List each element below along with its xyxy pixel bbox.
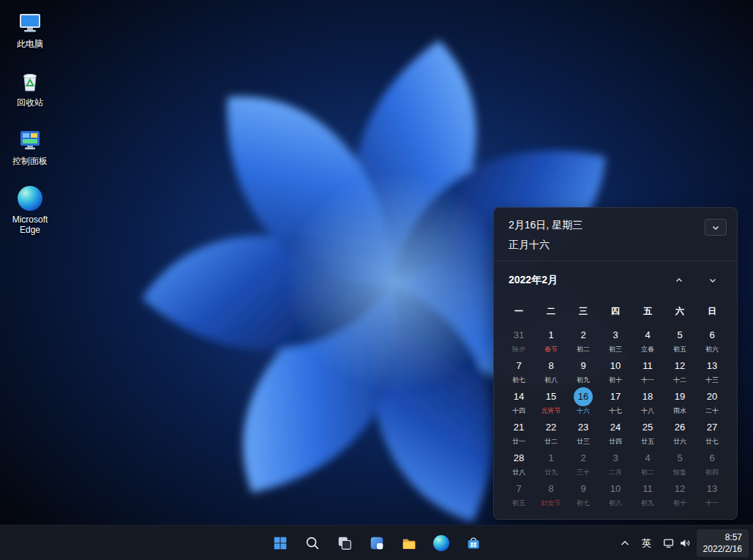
calendar-day-cell[interactable]: 3初三 [599, 324, 632, 354]
day-number: 25 [638, 418, 657, 437]
desktop: 此电脑 回收站 [0, 0, 753, 560]
calendar-day-cell[interactable]: 14十四 [503, 385, 535, 416]
day-number: 16 [574, 387, 593, 406]
calendar-next-month-button[interactable] [705, 272, 721, 288]
day-lunar-label: 廿四 [609, 438, 622, 445]
widgets-button[interactable] [362, 529, 392, 558]
task-view-icon [337, 535, 353, 551]
calendar-day-cell[interactable]: 21廿一 [503, 416, 535, 447]
edge-button[interactable] [427, 529, 456, 558]
calendar-day-cell[interactable]: 5初五 [664, 324, 696, 354]
calendar-day-cell[interactable]: 4立春 [632, 324, 664, 354]
desktop-icon-edge[interactable]: Microsoft Edge [1, 182, 59, 239]
calendar-flyout: 2月16日, 星期三 正月十六 2022年2月 [493, 207, 738, 520]
desktop-icon-recycle-bin[interactable]: 回收站 [1, 64, 59, 111]
day-lunar-label: 妇女节 [542, 499, 561, 507]
calendar-day-cell[interactable]: 4初二 [632, 447, 664, 477]
clock-button[interactable]: 8:57 2022/2/16 [697, 529, 749, 557]
day-number: 26 [670, 418, 689, 437]
search-icon [304, 535, 321, 551]
calendar-day-cell[interactable]: 23廿三 [567, 416, 599, 447]
tray-overflow-button[interactable] [615, 529, 635, 558]
start-button[interactable] [266, 529, 295, 558]
calendar-day-cell[interactable]: 18十八 [632, 385, 664, 416]
day-lunar-label: 除夕 [512, 346, 525, 353]
widgets-icon [369, 535, 385, 551]
calendar-day-cell[interactable]: 7初五 [503, 477, 535, 508]
network-icon [662, 537, 675, 550]
network-volume-button[interactable] [659, 529, 695, 558]
day-number: 11 [638, 356, 657, 376]
file-explorer-icon [401, 535, 417, 551]
calendar-day-cell[interactable]: 8妇女节 [535, 477, 567, 508]
day-lunar-label: 十六 [577, 407, 590, 414]
calendar-day-cell[interactable]: 17十七 [599, 385, 632, 416]
calendar-day-cell[interactable]: 1春节 [535, 324, 567, 354]
day-lunar-label: 十一 [641, 376, 654, 384]
calendar-day-cell[interactable]: 6初四 [696, 447, 728, 477]
day-lunar-label: 初五 [512, 499, 525, 507]
calendar-day-cell[interactable]: 25廿五 [632, 416, 664, 447]
day-number: 21 [509, 418, 528, 437]
calendar-day-cell[interactable]: 8初八 [535, 354, 567, 385]
day-number: 7 [509, 479, 528, 499]
day-number: 12 [670, 356, 689, 376]
calendar-day-cell[interactable]: 28廿八 [503, 447, 535, 477]
calendar-day-cell[interactable]: 3二月 [599, 447, 632, 477]
task-view-button[interactable] [330, 529, 359, 558]
desktop-icon-label: 回收站 [17, 97, 43, 108]
day-lunar-label: 初九 [641, 499, 654, 507]
day-lunar-label: 初三 [609, 346, 622, 353]
calendar-day-cell[interactable]: 19雨水 [664, 385, 696, 416]
calendar-day-cell[interactable]: 16十六 [567, 385, 599, 416]
calendar-day-cell[interactable]: 10初八 [599, 477, 632, 508]
calendar-header-dates: 2月16日, 星期三 正月十六 [509, 219, 582, 252]
calendar-day-cell[interactable]: 6初六 [696, 324, 728, 354]
day-number: 18 [638, 387, 657, 406]
day-lunar-label: 廿八 [512, 468, 525, 476]
search-button[interactable] [298, 529, 327, 558]
calendar-day-cell[interactable]: 20二十 [696, 385, 728, 416]
weekday-label: 日 [696, 299, 728, 324]
calendar-day-cell[interactable]: 11十一 [632, 354, 664, 385]
calendar-day-cell[interactable]: 11初九 [632, 477, 664, 508]
calendar-day-cell[interactable]: 5惊蛰 [664, 447, 696, 477]
day-number: 9 [574, 479, 593, 499]
calendar-day-cell[interactable]: 2初二 [567, 324, 599, 354]
desktop-icon-control-panel[interactable]: 控制面板 [1, 123, 59, 170]
calendar-day-cell[interactable]: 9初九 [567, 354, 599, 385]
calendar-day-cell[interactable]: 1廿九 [535, 447, 567, 477]
day-lunar-label: 廿五 [641, 438, 654, 445]
calendar-collapse-button[interactable] [705, 219, 727, 236]
day-number: 10 [606, 356, 625, 376]
calendar-nav-buttons [671, 272, 722, 288]
calendar-day-cell[interactable]: 15元宵节 [535, 385, 567, 416]
day-lunar-label: 廿三 [577, 438, 590, 445]
calendar-date-label: 2月16日, 星期三 [509, 219, 582, 232]
calendar-day-cell[interactable]: 31除夕 [503, 324, 535, 354]
calendar-day-cell[interactable]: 12初十 [664, 477, 696, 508]
day-number: 17 [606, 387, 625, 406]
store-button[interactable] [459, 529, 488, 558]
calendar-day-cell[interactable]: 27廿七 [696, 416, 728, 447]
clock-date: 2022/2/16 [703, 543, 742, 555]
calendar-day-cell[interactable]: 13十一 [696, 477, 728, 508]
day-lunar-label: 二月 [609, 468, 622, 476]
file-explorer-button[interactable] [394, 529, 424, 558]
chevron-down-icon [711, 223, 721, 233]
calendar-day-cell[interactable]: 12十二 [664, 354, 696, 385]
day-number: 22 [542, 418, 561, 437]
language-indicator[interactable]: 英 [637, 529, 657, 558]
calendar-day-cell[interactable]: 2三十 [567, 447, 599, 477]
calendar-day-cell[interactable]: 13十三 [696, 354, 728, 385]
calendar-day-cell[interactable]: 24廿四 [599, 416, 632, 447]
desktop-icon-this-pc[interactable]: 此电脑 [1, 6, 59, 53]
calendar-day-cell[interactable]: 22廿二 [535, 416, 567, 447]
calendar-day-cell[interactable]: 26廿六 [664, 416, 696, 447]
weekday-label: 二 [535, 299, 567, 324]
calendar-day-cell[interactable]: 10初十 [599, 354, 632, 385]
calendar-day-cell[interactable]: 7初七 [503, 354, 535, 385]
calendar-day-cell[interactable]: 9初七 [567, 477, 599, 508]
calendar-prev-month-button[interactable] [671, 272, 687, 288]
day-number: 8 [542, 479, 561, 499]
